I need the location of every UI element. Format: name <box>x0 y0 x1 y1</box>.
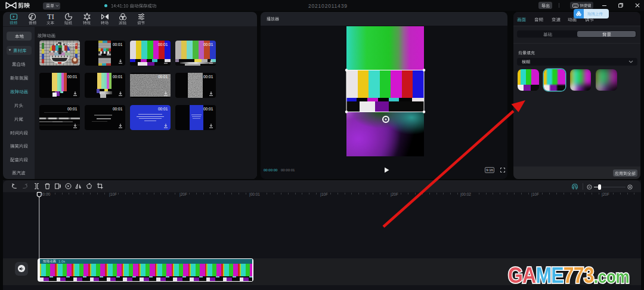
svg-text:TI: TI <box>47 13 54 21</box>
